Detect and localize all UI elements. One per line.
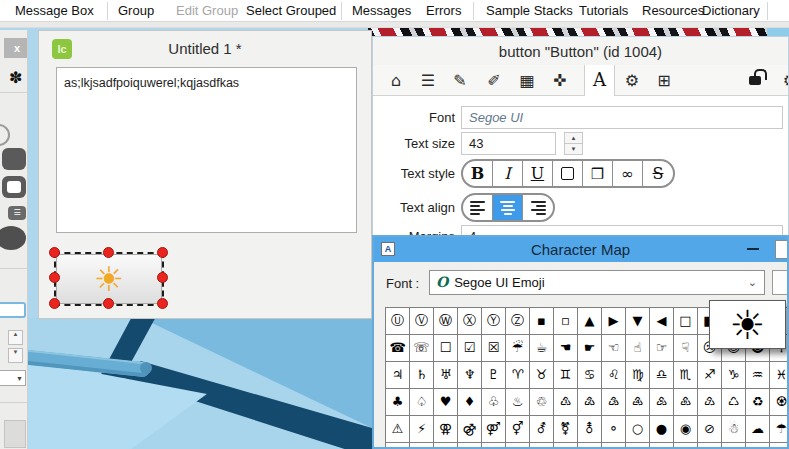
unlock-icon[interactable] bbox=[749, 76, 761, 85]
menu-item-resources[interactable]: Resources bbox=[642, 0, 704, 22]
wand-icon[interactable]: ✐ bbox=[481, 65, 507, 96]
menu-item-errors[interactable]: Errors bbox=[426, 0, 461, 22]
char-cell[interactable]: ☃ bbox=[722, 416, 746, 443]
char-cell[interactable]: ♴ bbox=[578, 389, 602, 416]
char-cell[interactable]: ✊ bbox=[698, 443, 722, 449]
gears-icon[interactable]: ⚙ bbox=[619, 65, 645, 96]
char-cell[interactable]: ⚑ bbox=[434, 443, 458, 449]
text-size-stepper[interactable]: ▲ ▼ bbox=[564, 132, 583, 155]
char-cell[interactable]: ⚠ bbox=[386, 416, 410, 443]
minimize-button[interactable] bbox=[747, 248, 759, 250]
selection-handle[interactable] bbox=[103, 247, 114, 258]
char-cell[interactable]: ♊ bbox=[554, 362, 578, 389]
char-cell[interactable]: ✄ bbox=[626, 443, 650, 449]
dropdown-tool[interactable]: ▼ bbox=[0, 370, 26, 386]
char-cell[interactable]: ⚨ bbox=[578, 416, 602, 443]
char-cell[interactable]: ♻ bbox=[746, 389, 770, 416]
char-cell[interactable]: ○ bbox=[626, 416, 650, 443]
char-cell[interactable]: ⚔ bbox=[506, 443, 530, 449]
char-cell[interactable]: ◉ bbox=[674, 416, 698, 443]
menu-item-dictionary[interactable]: Dictionary bbox=[702, 0, 760, 22]
char-cell[interactable]: ♨ bbox=[506, 389, 530, 416]
char-cell[interactable]: ✍ bbox=[770, 443, 789, 449]
char-cell[interactable]: ♶ bbox=[626, 389, 650, 416]
stack-titlebar[interactable]: lc Untitled 1 * bbox=[39, 31, 371, 67]
partial-gear-icon[interactable]: ⚙ bbox=[777, 65, 789, 96]
selection-handle[interactable] bbox=[49, 298, 60, 309]
char-cell[interactable]: ♼ bbox=[770, 389, 789, 416]
char-cell[interactable]: ☚ bbox=[554, 335, 578, 362]
char-cell[interactable]: ☁ bbox=[746, 416, 770, 443]
char-cell[interactable]: ✌ bbox=[746, 443, 770, 449]
stepper-up-icon[interactable]: ▲ bbox=[565, 133, 582, 144]
char-cell[interactable]: ♷ bbox=[650, 389, 674, 416]
char-cell[interactable]: ♵ bbox=[602, 389, 626, 416]
char-cell[interactable]: ♲ bbox=[530, 389, 554, 416]
link-button[interactable]: ∞ bbox=[613, 161, 643, 186]
spinner-up[interactable]: ▲ bbox=[8, 330, 23, 345]
char-cell[interactable]: ☑ bbox=[458, 335, 482, 362]
selection-handle[interactable] bbox=[103, 298, 114, 309]
selection-handle[interactable] bbox=[49, 272, 60, 283]
strikethrough-button[interactable]: S bbox=[643, 161, 673, 186]
char-cell[interactable]: ♆ bbox=[458, 362, 482, 389]
char-cell[interactable]: ☝ bbox=[626, 335, 650, 362]
char-cell[interactable]: □ bbox=[674, 308, 698, 335]
char-cell[interactable]: Ⓤ bbox=[386, 308, 410, 335]
char-cell[interactable]: ☜ bbox=[602, 335, 626, 362]
help-button-partial[interactable] bbox=[772, 270, 789, 295]
home-icon[interactable]: ⌂ bbox=[383, 65, 409, 96]
option-menu-tool[interactable]: ☰ bbox=[8, 206, 26, 220]
char-cell[interactable]: Ⓥ bbox=[410, 308, 434, 335]
geometry-icon[interactable]: ⊞ bbox=[651, 65, 677, 96]
align-left-button[interactable] bbox=[463, 195, 493, 220]
selection-handle[interactable] bbox=[157, 247, 168, 258]
char-cell[interactable]: ☔ bbox=[506, 335, 530, 362]
char-cell[interactable]: ⚒ bbox=[458, 443, 482, 449]
char-cell[interactable]: ⚓ bbox=[482, 443, 506, 449]
char-cell[interactable]: ♧ bbox=[482, 389, 506, 416]
underline-button[interactable]: U bbox=[523, 161, 553, 186]
char-cell[interactable]: ⚥ bbox=[506, 416, 530, 443]
char-cell[interactable]: Ⓩ bbox=[506, 308, 530, 335]
menu-item-tutorials[interactable]: Tutorials bbox=[579, 0, 628, 22]
char-cell[interactable]: ♣ bbox=[386, 389, 410, 416]
field-tool[interactable] bbox=[0, 302, 26, 318]
charmap-font-select[interactable]: OSegoe UI Emoji ⌄ bbox=[429, 270, 765, 295]
oval-tool-icon[interactable] bbox=[0, 124, 10, 146]
char-cell[interactable]: ♸ bbox=[674, 389, 698, 416]
bold-button[interactable]: B bbox=[463, 161, 493, 186]
text-tab-selected[interactable]: A bbox=[584, 65, 615, 96]
char-cell[interactable]: ✃ bbox=[602, 443, 626, 449]
char-cell[interactable]: ✁ bbox=[554, 443, 578, 449]
align-right-button[interactable] bbox=[523, 195, 553, 220]
char-cell[interactable]: ✂ bbox=[578, 443, 602, 449]
align-center-button[interactable] bbox=[493, 195, 523, 220]
char-cell[interactable]: ⚧ bbox=[554, 416, 578, 443]
charmap-titlebar[interactable]: A Character Map bbox=[374, 237, 787, 262]
char-cell[interactable]: ⚡ bbox=[410, 416, 434, 443]
char-cell[interactable]: ♓ bbox=[770, 362, 789, 389]
menu-item-sample-stacks[interactable]: Sample Stacks bbox=[486, 0, 573, 22]
char-cell[interactable]: ◀ bbox=[650, 308, 674, 335]
char-cell[interactable]: ☏ bbox=[410, 335, 434, 362]
tool-button[interactable] bbox=[2, 176, 26, 198]
menu-item-select-grouped[interactable]: Select Grouped bbox=[246, 0, 336, 22]
char-cell[interactable]: ☎ bbox=[386, 335, 410, 362]
char-cell[interactable]: ▶ bbox=[602, 308, 626, 335]
char-cell[interactable]: ⚣ bbox=[458, 416, 482, 443]
selection-handle[interactable] bbox=[49, 247, 60, 258]
stepper-down-icon[interactable]: ▼ bbox=[565, 144, 582, 155]
char-cell[interactable]: ♋ bbox=[578, 362, 602, 389]
contents-icon[interactable]: ☰ bbox=[415, 65, 441, 96]
char-cell[interactable]: ⚢ bbox=[434, 416, 458, 443]
char-cell[interactable]: ⊘ bbox=[698, 416, 722, 443]
char-cell[interactable]: ♹ bbox=[698, 389, 722, 416]
char-cell[interactable]: ▲ bbox=[578, 308, 602, 335]
maximize-button[interactable] bbox=[775, 240, 789, 259]
char-cell[interactable]: ⌛ bbox=[386, 443, 410, 449]
char-cell[interactable]: ✋ bbox=[722, 443, 746, 449]
char-cell[interactable]: ♍ bbox=[626, 362, 650, 389]
char-cell[interactable]: ♑ bbox=[722, 362, 746, 389]
frame-button[interactable] bbox=[553, 161, 583, 186]
